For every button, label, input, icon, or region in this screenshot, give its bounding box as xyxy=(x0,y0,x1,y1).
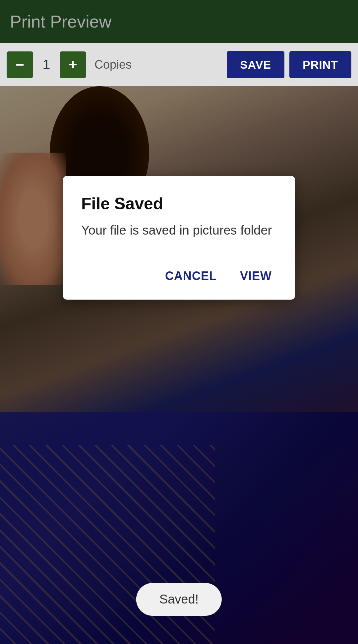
dialog-message: Your file is saved in pictures folder xyxy=(81,222,277,239)
image-preview-area: File Saved Your file is saved in picture… xyxy=(0,86,358,644)
saved-toast: Saved! xyxy=(136,583,222,616)
save-button[interactable]: SAVE xyxy=(227,51,284,78)
copies-count: 1 xyxy=(38,57,55,73)
toolbar: − 1 + Copies SAVE PRINT xyxy=(0,43,358,86)
dialog-overlay xyxy=(0,86,358,644)
file-saved-dialog: File Saved Your file is saved in picture… xyxy=(63,176,295,300)
dialog-title: File Saved xyxy=(81,194,277,213)
copies-label: Copies xyxy=(94,58,222,72)
page-title: Print Preview xyxy=(10,12,111,32)
increase-copies-button[interactable]: + xyxy=(60,51,86,78)
view-button[interactable]: VIEW xyxy=(235,266,277,286)
print-button[interactable]: PRINT xyxy=(289,51,351,78)
cancel-button[interactable]: CANCEL xyxy=(160,266,222,286)
dialog-actions: CANCEL VIEW xyxy=(81,266,277,286)
decrease-copies-button[interactable]: − xyxy=(7,51,33,78)
app-header: Print Preview xyxy=(0,0,358,43)
